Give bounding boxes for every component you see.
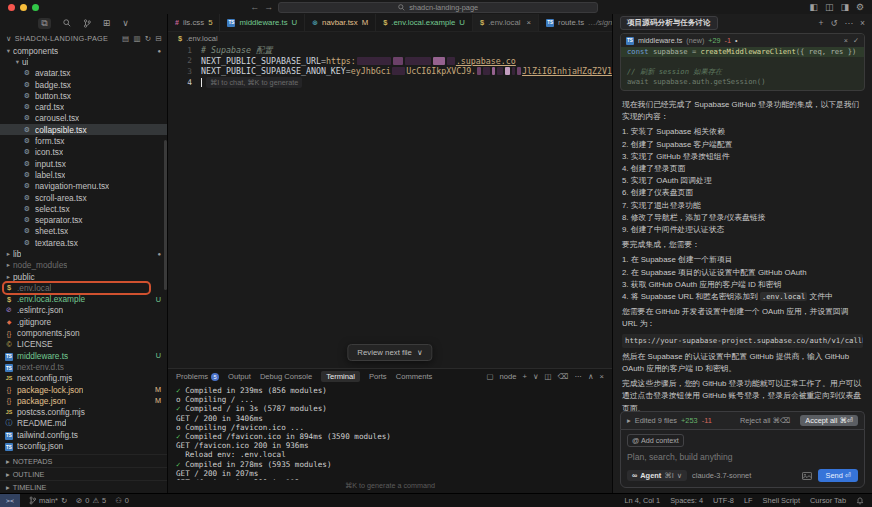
editor-tab-env-local[interactable]: $.env.local×: [473, 14, 539, 31]
tree-item-sheet-tsx[interactable]: ⚙sheet.tsx: [0, 226, 167, 237]
new-terminal-icon[interactable]: +: [522, 372, 526, 381]
tree-item-avatar-tsx[interactable]: ⚙avatar.tsx: [0, 68, 167, 79]
problems-status[interactable]: ⊘ 0 ⚠ 5: [76, 496, 106, 505]
toggle-secondary-sidebar-icon[interactable]: ◨: [840, 3, 849, 12]
close-window-button[interactable]: [8, 4, 15, 11]
diff-card-header[interactable]: TS middleware.ts (new) +29 -1 • × ✓: [621, 34, 864, 47]
tree-item-gitignore[interactable]: ◆.gitignore: [0, 316, 167, 327]
sidebar-section-notepads[interactable]: ▸NOTEPADS: [0, 454, 167, 467]
tree-item-navigation-menu-tsx[interactable]: ⚙navigation-menu.tsx: [0, 181, 167, 192]
new-chat-icon[interactable]: +: [818, 18, 823, 28]
views-chevron-down-icon[interactable]: ∨: [122, 19, 129, 28]
tree-item-postcss-config-mjs[interactable]: JSpostcss.config.mjs: [0, 407, 167, 418]
status-ln-4-col-1[interactable]: Ln 4, Col 1: [624, 496, 660, 505]
sidebar-section-timeline[interactable]: ▸TIMELINE: [0, 480, 167, 493]
tree-item-readme-md[interactable]: ⓘREADME.md: [0, 418, 167, 429]
explorer-chevron-icon[interactable]: ∨: [6, 34, 12, 43]
editor-tab-navbar-tsx[interactable]: ⊛navbar.tsxM: [305, 14, 376, 31]
status-utf-8[interactable]: UTF-8: [713, 496, 734, 505]
attach-image-icon[interactable]: [802, 472, 812, 480]
settings-gear-icon[interactable]: ⚙: [856, 3, 864, 12]
new-folder-icon[interactable]: ▥: [133, 34, 140, 43]
tree-item-eslintrc-json[interactable]: ⊘.eslintrc.json: [0, 305, 167, 316]
tree-item-license[interactable]: ©LICENSE: [0, 339, 167, 350]
collapse-folders-icon[interactable]: ⊟: [155, 34, 162, 43]
terminal-dropdown-icon[interactable]: ∨: [533, 372, 539, 381]
panel-tab-ports[interactable]: Ports: [369, 372, 387, 381]
git-branch-status[interactable]: main* ↻: [29, 496, 67, 505]
breadcrumb[interactable]: $ .env.local: [168, 32, 612, 45]
tree-item-carousel-tsx[interactable]: ⚙carousel.tsx: [0, 113, 167, 124]
extensions-icon[interactable]: ⊞: [103, 19, 111, 28]
review-next-file-button[interactable]: Review next file ∨: [347, 344, 432, 361]
agent-mode-selector[interactable]: ∞ Agent ⌘I ∨: [627, 470, 687, 481]
editor-tab-ils-css[interactable]: #ils.css5: [168, 14, 220, 31]
toggle-panel-icon[interactable]: ◫: [825, 3, 834, 12]
panel-tab-output[interactable]: Output: [228, 372, 251, 381]
explorer-icon[interactable]: ⧉: [38, 18, 50, 29]
code-editor[interactable]: 1# Supabase 配置2NEXT_PUBLIC_SUPABASE_URL=…: [168, 45, 612, 368]
expand-edited-icon[interactable]: ▸: [627, 416, 631, 425]
tree-item-ui[interactable]: ▾ui: [0, 56, 167, 67]
nav-forward-icon[interactable]: →: [264, 3, 273, 12]
tree-item-env-local[interactable]: $.env.local: [0, 282, 167, 293]
nav-back-icon[interactable]: ←: [250, 3, 259, 12]
tree-item-public[interactable]: ▸public: [0, 271, 167, 282]
toggle-primary-sidebar-icon[interactable]: ◧: [809, 3, 818, 12]
tree-item-components[interactable]: ▾components●: [0, 45, 167, 56]
panel-tab-debug-console[interactable]: Debug Console: [260, 372, 312, 381]
tree-item-components-json[interactable]: {}components.json: [0, 327, 167, 338]
notifications-bell-icon[interactable]: [856, 497, 864, 505]
tree-item-scroll-area-tsx[interactable]: ⚙scroll-area.tsx: [0, 192, 167, 203]
tree-item-node-modules[interactable]: ▸node_modules: [0, 260, 167, 271]
reject-file-icon[interactable]: ×: [844, 36, 848, 45]
panel-tab-problems[interactable]: Problems5: [176, 372, 219, 381]
editor-tab-route-ts[interactable]: TSroute.ts…/sign: [539, 14, 612, 31]
tree-item-badge-tsx[interactable]: ⚙badge.tsx: [0, 79, 167, 90]
tree-item-lib[interactable]: ▸lib●: [0, 248, 167, 259]
tree-item-tailwind-config-ts[interactable]: TStailwind.config.ts: [0, 429, 167, 440]
feedback-status[interactable]: ⚇ 0: [115, 496, 129, 505]
chat-input-box[interactable]: @ Add context Plan, search, build anythi…: [620, 429, 865, 488]
close-chat-icon[interactable]: ×: [860, 18, 865, 28]
tree-item-tsconfig-json[interactable]: TStsconfig.json: [0, 440, 167, 451]
remote-indicator[interactable]: ><: [0, 494, 20, 507]
sidebar-section-outline[interactable]: ▸OUTLINE: [0, 467, 167, 480]
terminal-more-icon[interactable]: ⋯: [574, 372, 582, 381]
chat-more-icon[interactable]: ⋯: [845, 18, 854, 28]
tree-item-icon-tsx[interactable]: ⚙icon.tsx: [0, 147, 167, 158]
tree-item-form-tsx[interactable]: ⚙form.tsx: [0, 135, 167, 146]
add-context-chip[interactable]: @ Add context: [627, 434, 684, 447]
status-lf[interactable]: LF: [744, 496, 753, 505]
sidebar-scrollbar[interactable]: [164, 140, 167, 290]
source-control-icon[interactable]: [83, 19, 91, 28]
tree-item-next-env-d-ts[interactable]: TSnext-env.d.ts: [0, 361, 167, 372]
status-shell-script[interactable]: Shell Script: [763, 496, 800, 505]
tree-item-env-local-example[interactable]: $.env.local.exampleU: [0, 294, 167, 305]
minimize-window-button[interactable]: [20, 4, 27, 11]
panel-tab-comments[interactable]: Comments: [396, 372, 433, 381]
new-file-icon[interactable]: ▤: [122, 34, 129, 43]
kill-terminal-icon[interactable]: ⌫: [558, 372, 569, 381]
tree-item-select-tsx[interactable]: ⚙select.tsx: [0, 203, 167, 214]
tree-item-card-tsx[interactable]: ⚙card.tsx: [0, 101, 167, 112]
panel-tab-terminal[interactable]: Terminal: [321, 371, 360, 382]
editor-tab-middleware-ts[interactable]: TSmiddleware.tsU: [220, 14, 305, 31]
chat-scroll-area[interactable]: TS middleware.ts (new) +29 -1 • × ✓ cons…: [613, 31, 872, 411]
terminal-output[interactable]: ✓ Compiled in 239ms (856 modules)o Compi…: [168, 384, 612, 480]
refresh-explorer-icon[interactable]: ↻: [145, 34, 152, 43]
close-panel-icon[interactable]: ×: [600, 372, 604, 381]
model-selector[interactable]: claude-3.7-sonnet: [692, 471, 751, 480]
accept-all-button[interactable]: Accept all ⌘⏎: [800, 415, 858, 426]
tree-item-package-lock-json[interactable]: {}package-lock.jsonM: [0, 384, 167, 395]
split-terminal-icon[interactable]: ◫: [544, 372, 551, 381]
tree-item-middleware-ts[interactable]: TSmiddleware.tsU: [0, 350, 167, 361]
tree-item-textarea-tsx[interactable]: ⚙textarea.tsx: [0, 237, 167, 248]
chat-history-icon[interactable]: ↺: [830, 18, 837, 28]
tree-item-input-tsx[interactable]: ⚙input.tsx: [0, 158, 167, 169]
status-cursor-tab[interactable]: Cursor Tab: [810, 496, 846, 505]
tree-item-next-config-mjs[interactable]: JSnext.config.mjs: [0, 373, 167, 384]
reject-all-button[interactable]: Reject all ⌘⌫: [740, 416, 790, 425]
close-tab-icon[interactable]: ×: [527, 18, 532, 27]
tree-item-collapsible-tsx[interactable]: ⚙collapsible.tsx: [0, 124, 167, 135]
